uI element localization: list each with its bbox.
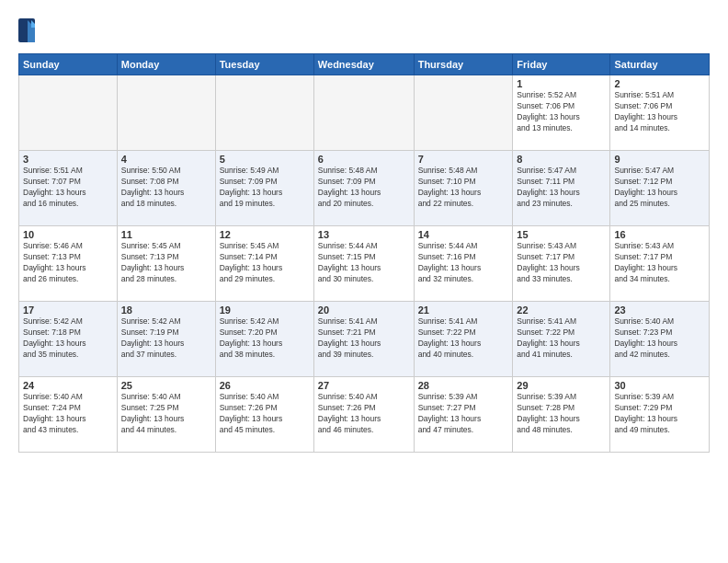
day-info: Sunrise: 5:44 AM Sunset: 7:15 PM Dayligh… (318, 241, 410, 285)
calendar-week-row: 17Sunrise: 5:42 AM Sunset: 7:18 PM Dayli… (19, 302, 710, 377)
calendar-cell (313, 75, 414, 151)
day-number: 26 (220, 380, 310, 391)
day-number: 21 (418, 304, 509, 316)
day-info: Sunrise: 5:40 AM Sunset: 7:26 PM Dayligh… (220, 392, 310, 436)
calendar-cell: 5Sunrise: 5:49 AM Sunset: 7:09 PM Daylig… (215, 151, 313, 226)
day-info: Sunrise: 5:47 AM Sunset: 7:11 PM Dayligh… (517, 166, 606, 210)
day-number: 2 (614, 78, 705, 89)
day-info: Sunrise: 5:46 AM Sunset: 7:13 PM Dayligh… (23, 241, 113, 285)
calendar-cell: 29Sunrise: 5:39 AM Sunset: 7:28 PM Dayli… (513, 377, 610, 453)
calendar-week-row: 3Sunrise: 5:51 AM Sunset: 7:07 PM Daylig… (19, 151, 710, 226)
calendar-day-header: Monday (117, 54, 215, 75)
day-number: 6 (318, 154, 410, 165)
calendar-cell (215, 75, 313, 151)
day-info: Sunrise: 5:39 AM Sunset: 7:29 PM Dayligh… (614, 392, 705, 436)
calendar-cell: 15Sunrise: 5:43 AM Sunset: 7:17 PM Dayli… (513, 226, 610, 302)
calendar-cell: 23Sunrise: 5:40 AM Sunset: 7:23 PM Dayli… (610, 302, 710, 377)
calendar-cell (414, 75, 513, 151)
calendar-week-row: 10Sunrise: 5:46 AM Sunset: 7:13 PM Dayli… (19, 226, 710, 302)
day-info: Sunrise: 5:39 AM Sunset: 7:28 PM Dayligh… (517, 392, 606, 436)
day-number: 22 (517, 304, 606, 316)
calendar-cell: 1Sunrise: 5:52 AM Sunset: 7:06 PM Daylig… (513, 75, 610, 151)
day-info: Sunrise: 5:40 AM Sunset: 7:23 PM Dayligh… (614, 316, 705, 361)
day-info: Sunrise: 5:51 AM Sunset: 7:07 PM Dayligh… (23, 166, 113, 210)
day-number: 19 (220, 304, 310, 316)
calendar-cell: 17Sunrise: 5:42 AM Sunset: 7:18 PM Dayli… (19, 302, 118, 377)
day-info: Sunrise: 5:51 AM Sunset: 7:06 PM Dayligh… (614, 90, 705, 134)
calendar-day-header: Tuesday (215, 54, 313, 75)
day-info: Sunrise: 5:48 AM Sunset: 7:10 PM Dayligh… (418, 166, 509, 210)
day-info: Sunrise: 5:45 AM Sunset: 7:13 PM Dayligh… (121, 241, 211, 285)
day-number: 27 (318, 380, 410, 391)
day-info: Sunrise: 5:50 AM Sunset: 7:08 PM Dayligh… (121, 166, 211, 210)
day-number: 4 (121, 154, 211, 165)
day-number: 12 (220, 229, 310, 240)
calendar-cell: 25Sunrise: 5:40 AM Sunset: 7:25 PM Dayli… (117, 377, 215, 453)
header (18, 15, 710, 44)
calendar-day-header: Wednesday (313, 54, 414, 75)
calendar-cell: 2Sunrise: 5:51 AM Sunset: 7:06 PM Daylig… (610, 75, 710, 151)
calendar-day-header: Friday (513, 54, 610, 75)
day-info: Sunrise: 5:41 AM Sunset: 7:21 PM Dayligh… (318, 316, 410, 361)
calendar-cell: 9Sunrise: 5:47 AM Sunset: 7:12 PM Daylig… (610, 151, 710, 226)
calendar-cell: 24Sunrise: 5:40 AM Sunset: 7:24 PM Dayli… (19, 377, 118, 453)
day-number: 29 (517, 380, 606, 391)
day-info: Sunrise: 5:42 AM Sunset: 7:19 PM Dayligh… (121, 316, 211, 361)
day-number: 18 (121, 304, 211, 316)
day-info: Sunrise: 5:52 AM Sunset: 7:06 PM Dayligh… (517, 90, 606, 134)
calendar-cell: 12Sunrise: 5:45 AM Sunset: 7:14 PM Dayli… (215, 226, 313, 302)
day-info: Sunrise: 5:47 AM Sunset: 7:12 PM Dayligh… (614, 166, 705, 210)
day-info: Sunrise: 5:41 AM Sunset: 7:22 PM Dayligh… (418, 316, 509, 361)
calendar-cell: 28Sunrise: 5:39 AM Sunset: 7:27 PM Dayli… (414, 377, 513, 453)
calendar-cell: 18Sunrise: 5:42 AM Sunset: 7:19 PM Dayli… (117, 302, 215, 377)
day-number: 24 (23, 380, 113, 391)
page: SundayMondayTuesdayWednesdayThursdayFrid… (0, 0, 728, 563)
day-info: Sunrise: 5:40 AM Sunset: 7:24 PM Dayligh… (23, 392, 113, 436)
calendar-cell: 14Sunrise: 5:44 AM Sunset: 7:16 PM Dayli… (414, 226, 513, 302)
day-info: Sunrise: 5:42 AM Sunset: 7:18 PM Dayligh… (23, 316, 113, 361)
calendar-day-header: Sunday (19, 54, 118, 75)
calendar-cell: 27Sunrise: 5:40 AM Sunset: 7:26 PM Dayli… (313, 377, 414, 453)
calendar-cell: 7Sunrise: 5:48 AM Sunset: 7:10 PM Daylig… (414, 151, 513, 226)
day-number: 25 (121, 380, 211, 391)
day-number: 13 (318, 229, 410, 240)
day-info: Sunrise: 5:45 AM Sunset: 7:14 PM Dayligh… (220, 241, 310, 285)
logo-icon (18, 18, 37, 44)
calendar-cell: 22Sunrise: 5:41 AM Sunset: 7:22 PM Dayli… (513, 302, 610, 377)
day-number: 7 (418, 154, 509, 165)
calendar-cell: 30Sunrise: 5:39 AM Sunset: 7:29 PM Dayli… (610, 377, 710, 453)
day-info: Sunrise: 5:41 AM Sunset: 7:22 PM Dayligh… (517, 316, 606, 361)
day-info: Sunrise: 5:40 AM Sunset: 7:25 PM Dayligh… (121, 392, 211, 436)
calendar-cell: 3Sunrise: 5:51 AM Sunset: 7:07 PM Daylig… (19, 151, 118, 226)
day-info: Sunrise: 5:48 AM Sunset: 7:09 PM Dayligh… (318, 166, 410, 210)
calendar: SundayMondayTuesdayWednesdayThursdayFrid… (18, 53, 710, 453)
calendar-cell: 26Sunrise: 5:40 AM Sunset: 7:26 PM Dayli… (215, 377, 313, 453)
day-info: Sunrise: 5:44 AM Sunset: 7:16 PM Dayligh… (418, 241, 509, 285)
calendar-cell: 13Sunrise: 5:44 AM Sunset: 7:15 PM Dayli… (313, 226, 414, 302)
day-number: 15 (517, 229, 606, 240)
calendar-cell: 8Sunrise: 5:47 AM Sunset: 7:11 PM Daylig… (513, 151, 610, 226)
day-number: 17 (23, 304, 113, 316)
calendar-cell: 6Sunrise: 5:48 AM Sunset: 7:09 PM Daylig… (313, 151, 414, 226)
day-number: 1 (517, 78, 606, 89)
day-info: Sunrise: 5:42 AM Sunset: 7:20 PM Dayligh… (220, 316, 310, 361)
logo (18, 18, 39, 44)
day-number: 30 (614, 380, 705, 391)
calendar-cell (117, 75, 215, 151)
calendar-cell (19, 75, 118, 151)
calendar-cell: 16Sunrise: 5:43 AM Sunset: 7:17 PM Dayli… (610, 226, 710, 302)
day-number: 5 (220, 154, 310, 165)
day-info: Sunrise: 5:43 AM Sunset: 7:17 PM Dayligh… (517, 241, 606, 285)
day-number: 3 (23, 154, 113, 165)
calendar-cell: 10Sunrise: 5:46 AM Sunset: 7:13 PM Dayli… (19, 226, 118, 302)
day-number: 16 (614, 229, 705, 240)
day-number: 10 (23, 229, 113, 240)
calendar-cell: 11Sunrise: 5:45 AM Sunset: 7:13 PM Dayli… (117, 226, 215, 302)
day-number: 28 (418, 380, 509, 391)
day-info: Sunrise: 5:40 AM Sunset: 7:26 PM Dayligh… (318, 392, 410, 436)
calendar-day-header: Thursday (414, 54, 513, 75)
day-info: Sunrise: 5:39 AM Sunset: 7:27 PM Dayligh… (418, 392, 509, 436)
calendar-cell: 20Sunrise: 5:41 AM Sunset: 7:21 PM Dayli… (313, 302, 414, 377)
calendar-cell: 19Sunrise: 5:42 AM Sunset: 7:20 PM Dayli… (215, 302, 313, 377)
day-number: 23 (614, 304, 705, 316)
